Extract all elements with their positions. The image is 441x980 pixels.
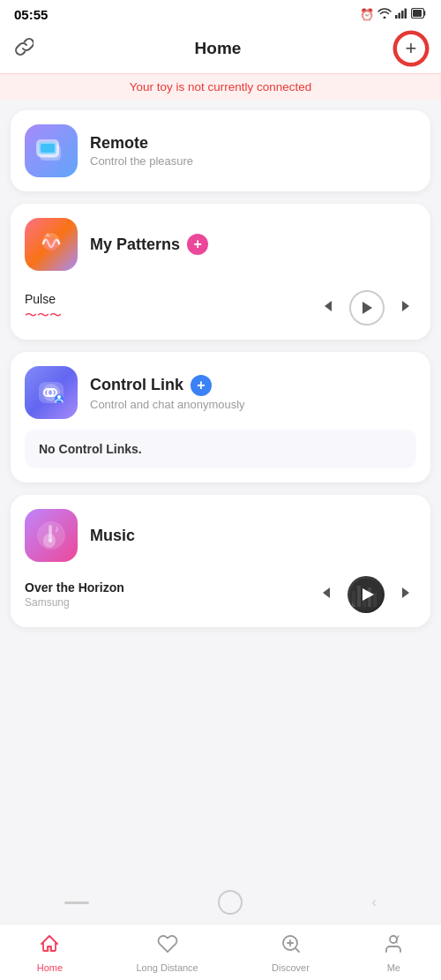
add-button[interactable]: + <box>395 33 427 64</box>
control-link-title: Control Link + <box>90 375 416 396</box>
svg-rect-1 <box>399 13 401 19</box>
connection-banner: Your toy is not currently connected <box>0 73 441 100</box>
next-button[interactable] <box>399 297 416 319</box>
pattern-name: Pulse <box>25 292 62 306</box>
status-icons: ⏰ <box>360 8 427 21</box>
music-card[interactable]: ♪ Music Over the Horizon Samsung <box>11 495 430 627</box>
remote-card[interactable]: Remote Control the pleasure <box>11 110 430 191</box>
control-link-title-group: Control Link + Control and chat anonymou… <box>90 375 416 411</box>
home-ind-center <box>218 890 243 915</box>
nav-long-distance[interactable]: Long Distance <box>136 933 198 973</box>
remote-card-header: Remote Control the pleasure <box>25 124 416 177</box>
nav-discover-label: Discover <box>272 962 310 973</box>
patterns-card[interactable]: My Patterns + Pulse 〜〜〜 <box>11 204 430 340</box>
header-title: Home <box>41 39 395 58</box>
remote-title-group: Remote Control the pleasure <box>90 134 416 168</box>
wifi-icon <box>377 8 392 21</box>
remote-icon <box>25 124 78 177</box>
battery-icon <box>411 8 427 21</box>
patterns-title-group: My Patterns + <box>90 234 416 255</box>
svg-point-16 <box>57 395 61 399</box>
home-indicator: ‹ <box>0 886 441 918</box>
music-card-header: ♪ Music <box>25 509 416 562</box>
svg-rect-0 <box>395 15 398 19</box>
svg-rect-2 <box>401 11 404 19</box>
patterns-icon <box>25 218 78 271</box>
discover-nav-icon <box>280 933 302 960</box>
player-controls <box>318 290 416 325</box>
control-link-header: Control Link + Control and chat anonymou… <box>25 366 416 419</box>
signal-icon <box>395 8 407 21</box>
status-bar: 05:55 ⏰ <box>0 0 441 26</box>
pattern-wave: 〜〜〜 <box>25 308 62 324</box>
play-button[interactable] <box>349 290 385 325</box>
patterns-add-button[interactable]: + <box>187 234 208 255</box>
me-nav-icon <box>383 933 404 960</box>
bottom-nav: Home Long Distance Discover <box>0 924 441 980</box>
music-controls <box>316 576 416 613</box>
pattern-label: Pulse 〜〜〜 <box>25 292 62 324</box>
nav-home[interactable]: Home <box>37 933 63 973</box>
nav-home-label: Home <box>37 962 63 973</box>
control-link-subtitle: Control and chat anonymously <box>90 398 416 411</box>
svg-point-12 <box>44 237 58 251</box>
home-ind-left <box>64 901 89 904</box>
svg-rect-3 <box>405 9 407 19</box>
nav-long-distance-label: Long Distance <box>136 962 198 973</box>
nav-discover[interactable]: Discover <box>272 933 310 973</box>
prev-button[interactable] <box>318 297 335 319</box>
svg-point-20 <box>49 539 52 542</box>
svg-point-35 <box>390 936 397 943</box>
nav-me-label: Me <box>387 962 400 973</box>
music-prev-button[interactable] <box>316 584 333 606</box>
nav-me[interactable]: Me <box>383 933 404 973</box>
music-track-title: Over the Horizon <box>25 580 124 595</box>
remote-title: Remote <box>90 134 416 153</box>
patterns-player: Pulse 〜〜〜 <box>25 281 416 325</box>
music-info: Over the Horizon Samsung <box>25 580 124 609</box>
long-distance-nav-icon <box>157 933 178 960</box>
main-content: Remote Control the pleasure My Patterns … <box>0 100 441 754</box>
music-next-button[interactable] <box>399 584 416 606</box>
music-play-button[interactable] <box>348 576 385 613</box>
music-icon: ♪ <box>25 509 78 562</box>
control-link-add-button[interactable]: + <box>191 375 212 396</box>
link-icon[interactable] <box>14 37 34 61</box>
music-player: Over the Horizon Samsung <box>25 572 416 613</box>
remote-subtitle: Control the pleasure <box>90 154 416 168</box>
patterns-title: My Patterns + <box>90 234 416 255</box>
music-artist: Samsung <box>25 596 124 609</box>
home-ind-chevron: ‹ <box>372 894 377 910</box>
patterns-card-header: My Patterns + <box>25 218 416 271</box>
header: Home + <box>0 26 441 73</box>
home-nav-icon <box>39 933 60 960</box>
svg-rect-5 <box>413 10 422 17</box>
control-link-card[interactable]: Control Link + Control and chat anonymou… <box>11 352 430 483</box>
no-links-box: No Control Links. <box>25 430 416 468</box>
alarm-icon: ⏰ <box>360 8 374 21</box>
status-time: 05:55 <box>14 7 48 22</box>
control-link-icon <box>25 366 78 419</box>
music-title: Music <box>90 527 416 545</box>
svg-rect-10 <box>41 144 55 153</box>
svg-text:♪: ♪ <box>55 524 59 534</box>
music-title-group: Music <box>90 527 416 545</box>
